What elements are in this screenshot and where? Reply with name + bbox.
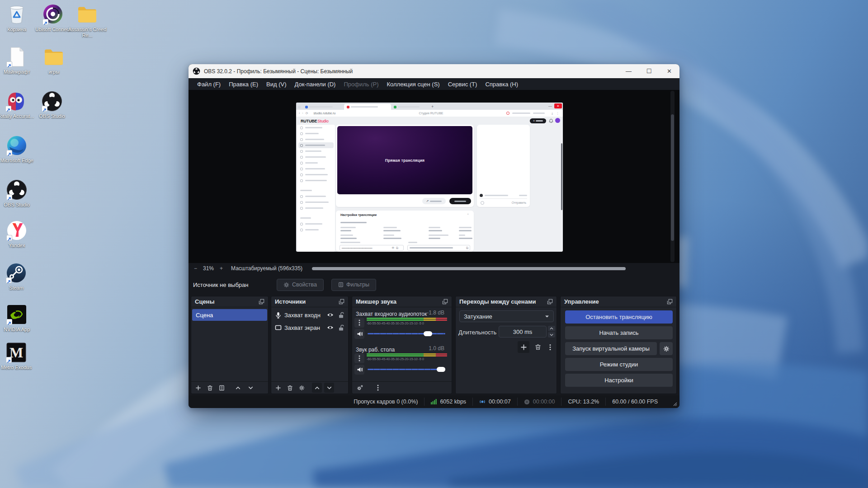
menu-scene-collection[interactable]: Коллекция сцен (S): [383, 79, 444, 89]
window-titlebar[interactable]: OBS 32.0.2 - Профиль: Безымянный - Сцены…: [189, 64, 679, 78]
remove-scene-button[interactable]: [205, 383, 215, 393]
menu-edit[interactable]: Правка (Е): [225, 79, 262, 89]
mute-speaker-button[interactable]: [354, 365, 364, 375]
menu-file[interactable]: Файл (F): [193, 79, 225, 89]
bitrate-status: 6052 kbps: [424, 398, 472, 406]
mixer-menu-button[interactable]: [373, 383, 383, 393]
add-source-button[interactable]: [273, 383, 283, 393]
desktop-icon-games-folder[interactable]: игры: [34, 46, 73, 75]
remove-transition-button[interactable]: [532, 341, 544, 353]
scene-move-up-button[interactable]: [233, 383, 243, 393]
scene-move-down-button[interactable]: [245, 383, 255, 393]
studio-mode-button[interactable]: Режим студии: [565, 358, 673, 371]
volume-slider[interactable]: [368, 369, 445, 370]
duration-input[interactable]: 300 ms: [499, 326, 547, 338]
lock-icon[interactable]: [338, 324, 344, 331]
scene-list-item-selected[interactable]: Сцена: [192, 309, 267, 321]
menu-docks[interactable]: Док-панели (D): [291, 79, 340, 89]
scale-mode-label[interactable]: Масштабируемый (596x335): [231, 265, 302, 272]
desktop-icon-recycle-bin[interactable]: Корзина: [0, 4, 36, 33]
zoom-in-button[interactable]: +: [220, 265, 223, 272]
preview-vertical-scrollbar[interactable]: [670, 91, 675, 262]
captured-chat-send-label: Отправить: [512, 201, 526, 204]
popout-icon[interactable]: [547, 299, 553, 305]
popout-icon[interactable]: [339, 299, 344, 305]
visibility-eye-icon[interactable]: [327, 312, 334, 318]
start-virtual-camera-button[interactable]: Запуск виртуальной камеры: [565, 342, 657, 355]
record-timer: 00:00:00: [517, 398, 561, 406]
source-move-up-button[interactable]: [312, 383, 322, 393]
settings-button[interactable]: Настройки: [565, 374, 673, 387]
captured-share-button: ↗: [422, 198, 446, 204]
desktop-icon-microsoft-edge[interactable]: Microsoft Edge: [0, 135, 36, 164]
visibility-eye-icon[interactable]: [327, 325, 334, 330]
spinner-down-button[interactable]: [548, 332, 555, 338]
source-move-down-button[interactable]: [324, 383, 334, 393]
popout-icon[interactable]: [667, 299, 673, 305]
maximize-button[interactable]: ☐: [639, 64, 659, 78]
mixer-channel-db-value: 1.0 dB: [429, 345, 444, 352]
preview-horizontal-scrollbar[interactable]: [312, 267, 626, 270]
shortcut-arrow-icon: [6, 235, 12, 241]
spinner-up-button[interactable]: [548, 326, 555, 331]
add-scene-button[interactable]: [193, 383, 203, 393]
desktop-icon-obs-studio[interactable]: OBS Studio: [33, 90, 71, 119]
transition-select[interactable]: Затухание: [459, 310, 554, 322]
menu-help[interactable]: Справка (Н): [481, 79, 522, 89]
desktop-icon-obs-studio-2[interactable]: OBS Studio: [0, 179, 36, 208]
captured-copy-icon: ⧉: [396, 246, 398, 250]
advanced-audio-button[interactable]: [355, 383, 365, 393]
close-button[interactable]: ✕: [659, 64, 679, 78]
captured-collapse-icon: ⌃: [467, 213, 469, 217]
desktop-icon-ubisoft-connect[interactable]: Ubisoft Connect: [33, 4, 72, 33]
remove-source-button[interactable]: [285, 383, 295, 393]
properties-button[interactable]: Свойства: [277, 279, 324, 291]
menu-view[interactable]: Вид (V): [262, 79, 290, 89]
menu-tools[interactable]: Сервис (Т): [444, 79, 481, 89]
captured-avatar: [555, 118, 560, 123]
scene-preview-canvas[interactable]: + — ✕ ‹ › ⟳ studio.rutube.ru Студия RUTU…: [189, 90, 679, 263]
obs-app-icon: [193, 67, 200, 75]
captured-stream-settings-card: Настройки трансляции ⌃: [336, 211, 474, 252]
desktop-icon-metro-exodus[interactable]: M Metro Exodus: [0, 342, 36, 371]
desktop-icon-label: Ubisoft Connect: [33, 27, 72, 33]
popout-icon[interactable]: [442, 299, 448, 305]
volume-slider-handle[interactable]: [424, 331, 432, 336]
volume-slider[interactable]: [368, 333, 445, 334]
scenes-panel: Сцены Сцена: [191, 296, 269, 394]
desktop-icon-assassins-creed-folder[interactable]: Assassin's Creed Re...: [68, 4, 107, 38]
window-resize-grip[interactable]: [673, 402, 677, 406]
display-icon: [275, 324, 282, 331]
mixer-channel-menu-button[interactable]: [354, 353, 364, 363]
source-properties-button[interactable]: [297, 383, 307, 393]
add-transition-button[interactable]: [518, 341, 529, 353]
filters-icon: [338, 282, 344, 287]
desktop-icon-label: игры: [34, 69, 73, 75]
minimize-button[interactable]: —: [618, 64, 639, 78]
source-row-screen-capture[interactable]: Захват экран: [271, 322, 348, 333]
controls-panel-title: Управление: [564, 298, 599, 305]
source-row-audio-input[interactable]: Захват входн: [271, 310, 348, 320]
volume-slider-handle[interactable]: [437, 367, 445, 372]
start-recording-button[interactable]: Начать запись: [565, 326, 673, 339]
mixer-channel-menu-button[interactable]: [354, 318, 364, 328]
virtual-camera-settings-button[interactable]: [660, 342, 673, 355]
lock-icon[interactable]: [338, 312, 344, 318]
transition-menu-button[interactable]: [546, 341, 555, 353]
popout-icon[interactable]: [259, 299, 264, 305]
stop-streaming-button[interactable]: Остановить трансляцию: [565, 310, 673, 324]
desktop-icon-steam[interactable]: Steam: [0, 262, 36, 291]
menu-profile[interactable]: Профиль (P): [340, 79, 382, 89]
desktop-icon-yandex[interactable]: Yandex: [0, 220, 36, 249]
mute-speaker-button[interactable]: [354, 329, 364, 339]
filters-button[interactable]: Фильтры: [331, 279, 376, 291]
scene-filters-button[interactable]: [217, 383, 226, 393]
desktop-icon-nvidia-app[interactable]: NVIDIA App: [0, 304, 36, 333]
desktop-icon-totally-accurate[interactable]: Totally Accurat...: [0, 90, 35, 119]
captured-url-text: studio.rutube.ru: [314, 112, 336, 115]
mixer-panel-title: Микшер звука: [356, 298, 396, 305]
desktop-icon-minecraft[interactable]: Майнкрафт: [0, 46, 36, 75]
zoom-out-button[interactable]: −: [194, 265, 197, 272]
desktop-icon-label: Microsoft Edge: [0, 158, 36, 164]
captured-browser-menu-icon: [296, 104, 302, 110]
